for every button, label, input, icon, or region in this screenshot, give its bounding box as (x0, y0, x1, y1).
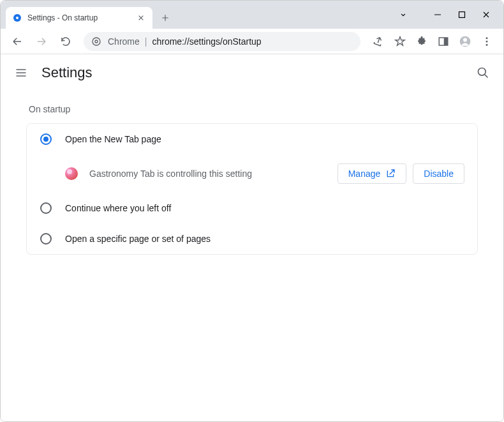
svg-rect-1 (459, 12, 465, 18)
extension-notice-text: Gastronomy Tab is controlling this setti… (89, 169, 337, 179)
minimize-icon[interactable] (433, 10, 442, 19)
maximize-icon[interactable] (457, 10, 466, 19)
profile-icon[interactable] (459, 35, 471, 48)
section-title: On startup (29, 104, 478, 114)
svg-point-16 (43, 137, 48, 142)
search-icon[interactable] (475, 65, 491, 80)
page-title: Settings (41, 64, 475, 81)
svg-point-4 (93, 38, 100, 45)
forward-button[interactable] (31, 31, 52, 52)
extensions-icon[interactable] (415, 35, 428, 48)
sidepanel-icon[interactable] (437, 35, 450, 48)
back-button[interactable] (7, 31, 27, 52)
reload-button[interactable] (56, 31, 76, 52)
radio-unselected-icon[interactable] (40, 202, 52, 215)
svg-point-12 (486, 43, 488, 45)
option-label: Continue where you left off (65, 203, 171, 213)
option-label: Open a specific page or set of pages (65, 234, 211, 244)
close-icon[interactable] (482, 10, 491, 19)
extension-notice-row: Gastronomy Tab is controlling this setti… (27, 154, 477, 193)
bookmark-icon[interactable] (394, 35, 406, 48)
chevron-down-icon[interactable] (399, 10, 408, 19)
option-continue[interactable]: Continue where you left off (27, 193, 477, 223)
hamburger-menu-icon[interactable] (13, 65, 29, 80)
extension-icon (65, 167, 78, 180)
option-specific-pages[interactable]: Open a specific page or set of pages (27, 223, 477, 254)
disable-button[interactable]: Disable (413, 163, 464, 184)
url-scheme: Chrome (108, 36, 140, 47)
startup-card: Open the New Tab page Gastronomy Tab is … (26, 123, 478, 255)
settings-favicon-icon (12, 13, 22, 23)
radio-selected-icon[interactable] (40, 133, 52, 146)
new-tab-button[interactable] (156, 9, 174, 27)
svg-point-13 (478, 68, 486, 76)
menu-icon[interactable] (480, 35, 493, 48)
browser-tab[interactable]: Settings - On startup (6, 7, 152, 29)
radio-unselected-icon[interactable] (40, 232, 52, 245)
svg-point-11 (486, 40, 488, 42)
tab-title: Settings - On startup (27, 13, 136, 22)
svg-point-10 (486, 37, 488, 39)
tab-close-icon[interactable] (136, 13, 146, 23)
page-content: Settings On startup Open the New Tab pag… (1, 54, 503, 421)
svg-point-17 (41, 203, 51, 213)
address-bar[interactable]: Chrome | chrome://settings/onStartup (84, 32, 360, 51)
url-text: chrome://settings/onStartup (152, 36, 261, 47)
svg-line-14 (485, 75, 488, 78)
svg-point-18 (41, 234, 51, 244)
site-info-icon[interactable] (91, 36, 101, 47)
svg-point-9 (463, 38, 467, 41)
share-icon[interactable] (372, 35, 385, 48)
svg-rect-7 (444, 38, 448, 45)
option-label: Open the New Tab page (65, 134, 161, 144)
open-in-new-icon (385, 169, 396, 179)
option-new-tab[interactable]: Open the New Tab page (27, 124, 477, 154)
svg-point-5 (95, 40, 98, 43)
toolbar: Chrome | chrome://settings/onStartup (1, 29, 503, 54)
manage-button[interactable]: Manage (337, 163, 407, 184)
svg-point-3 (16, 17, 19, 19)
